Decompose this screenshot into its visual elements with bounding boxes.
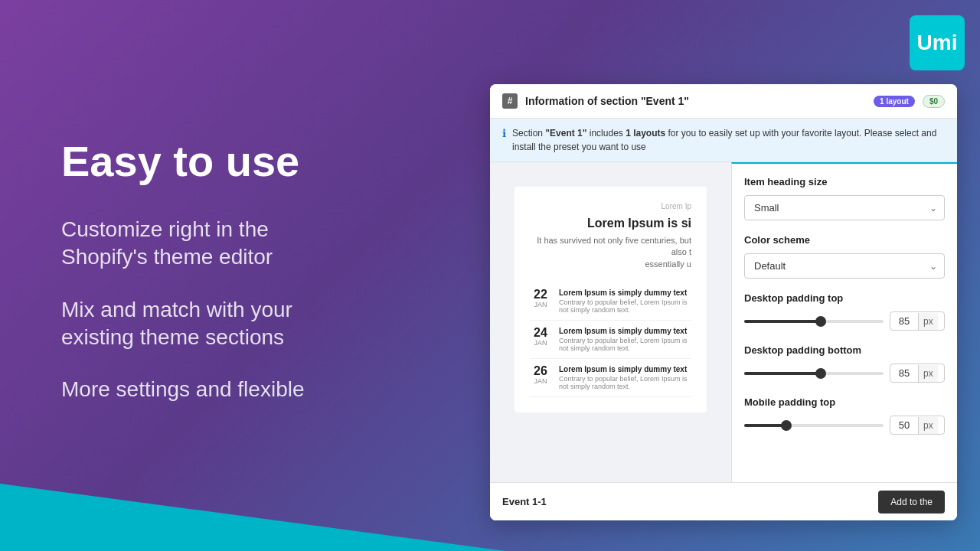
price-badge: $0 <box>923 95 945 108</box>
desktop-padding-top-value-box: 85 px <box>890 311 945 331</box>
bottom-bar: Event 1-1 Add to the <box>490 482 957 520</box>
event-item-3: 26 Jan Lorem Ipsum is simply dummy text … <box>530 359 691 397</box>
desktop-padding-top-value: 85 <box>890 312 918 330</box>
info-bar: ℹ Section "Event 1" includes 1 layouts f… <box>490 119 957 162</box>
right-panel: # Information of section "Event 1" 1 lay… <box>490 84 980 528</box>
desktop-padding-top-label: Desktop padding top <box>744 292 945 304</box>
color-scheme-select[interactable]: Default Primary Secondary <box>744 253 945 279</box>
mobile-padding-top-row: 50 px <box>744 416 945 435</box>
content-area: Lorem Ip Lorem Ipsum is si It has surviv… <box>490 162 957 520</box>
desktop-padding-top-track[interactable] <box>744 320 884 323</box>
heading-size-label: Item heading size <box>744 176 945 187</box>
desktop-padding-bottom-value: 85 <box>890 364 918 382</box>
mobile-padding-top-track[interactable] <box>744 424 884 427</box>
preview-top-label: Lorem Ip <box>530 202 691 210</box>
left-panel: Easy to use Customize right in theShopif… <box>61 0 475 551</box>
bullet-3: More settings and flexible <box>61 376 475 403</box>
event-content-1: Lorem Ipsum is simply dummy text Contrar… <box>559 289 691 314</box>
color-scheme-select-wrapper[interactable]: Default Primary Secondary ⌄ <box>744 253 945 279</box>
desktop-padding-bottom-label: Desktop padding bottom <box>744 344 945 356</box>
mobile-padding-top-value: 50 <box>890 416 918 434</box>
event-content-2: Lorem Ipsum is simply dummy text Contrar… <box>559 327 691 352</box>
event-date-3: 26 Jan <box>530 365 551 390</box>
desktop-padding-top-row: 85 px <box>744 311 945 331</box>
desktop-padding-bottom-unit: px <box>918 365 938 382</box>
event-label: Event 1-1 <box>502 496 547 507</box>
event-item-1: 22 Jan Lorem Ipsum is simply dummy text … <box>530 282 691 321</box>
bullet-1: Customize right in theShopify's theme ed… <box>61 216 475 272</box>
modal-title: Information of section "Event 1" <box>525 95 866 107</box>
umi-logo: Umi <box>910 15 965 70</box>
modal-icon: # <box>502 93 518 109</box>
event-date-1: 22 Jan <box>530 289 551 314</box>
event-item-2: 24 Jan Lorem Ipsum is simply dummy text … <box>530 321 691 359</box>
event-content-3: Lorem Ipsum is simply dummy text Contrar… <box>559 365 691 390</box>
layout-badge: 1 layout <box>874 96 915 107</box>
preview-pane: Lorem Ip Lorem Ipsum is si It has surviv… <box>490 162 731 520</box>
settings-pane: Item heading size Small Medium Large ⌄ C… <box>731 162 957 520</box>
desktop-padding-bottom-row: 85 px <box>744 364 945 383</box>
preview-wrapper: Lorem Ip Lorem Ipsum is si It has surviv… <box>490 162 731 437</box>
info-text: Section "Event 1" includes 1 layouts for… <box>512 126 945 154</box>
preview-inner: Lorem Ip Lorem Ipsum is si It has surviv… <box>514 187 707 412</box>
bullet-2: Mix and match with yourexisting theme se… <box>61 296 475 352</box>
preview-title: Lorem Ipsum is si <box>530 217 691 230</box>
color-scheme-label: Color scheme <box>744 234 945 246</box>
preview-subtitle: It has survived not only five centuries,… <box>530 235 691 270</box>
event-date-2: 24 Jan <box>530 327 551 352</box>
page-title: Easy to use <box>61 138 475 185</box>
mobile-padding-top-label: Mobile padding top <box>744 396 945 408</box>
desktop-padding-bottom-track[interactable] <box>744 372 884 375</box>
desktop-padding-bottom-value-box: 85 px <box>890 364 945 383</box>
mobile-padding-top-value-box: 50 px <box>890 416 945 435</box>
mobile-padding-top-unit: px <box>918 417 938 434</box>
heading-size-select[interactable]: Small Medium Large <box>744 195 945 220</box>
desktop-padding-top-unit: px <box>918 313 938 330</box>
heading-size-select-wrapper[interactable]: Small Medium Large ⌄ <box>744 195 945 220</box>
modal-container: # Information of section "Event 1" 1 lay… <box>490 84 957 520</box>
add-to-button[interactable]: Add to the <box>878 491 945 514</box>
modal-header: # Information of section "Event 1" 1 lay… <box>490 84 957 119</box>
info-icon: ℹ <box>502 127 506 139</box>
